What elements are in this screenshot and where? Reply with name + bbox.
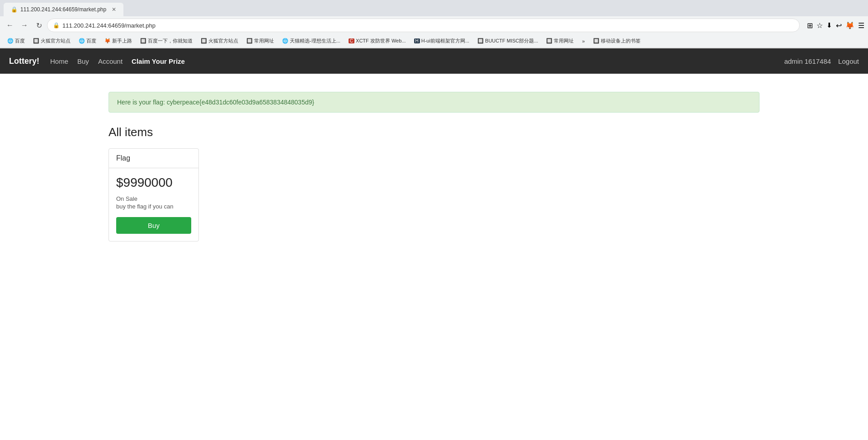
bookmark-baidu-2[interactable]: 🌐 百度 xyxy=(75,37,100,45)
bookmark-common-2[interactable]: 🔲 常用网址 xyxy=(542,37,577,45)
bookmark-icon-9: C xyxy=(349,38,354,43)
download-icon[interactable]: ⬇ xyxy=(826,21,832,29)
app-nav-links: Home Buy Account Claim Your Prize xyxy=(50,57,784,65)
bookmark-icon-4: 🦊 xyxy=(104,38,111,44)
item-name: Flag xyxy=(109,149,198,168)
firefox-icon: 🦊 xyxy=(845,21,854,30)
bookmark-newuser[interactable]: 🦊 新手上路 xyxy=(101,37,136,45)
bookmark-icon-7: 🔲 xyxy=(246,38,253,44)
bookmark-icon-12: 🔲 xyxy=(546,38,552,44)
section-title: All items xyxy=(108,125,760,139)
bookmark-icon-13: 🔲 xyxy=(593,38,599,44)
flag-alert: Here is your flag: cyberpeace{e48d31dc60… xyxy=(108,92,760,113)
forward-button[interactable]: → xyxy=(18,19,31,32)
bookmark-huli-2[interactable]: 🔲 火狐官方站点 xyxy=(197,37,242,45)
menu-icon[interactable]: ☰ xyxy=(858,21,864,30)
tab-security-icon: 🔒 xyxy=(11,6,18,13)
item-price: $9990000 xyxy=(116,175,191,190)
flag-message: Here is your flag: cyberpeace{e48d31dc60… xyxy=(117,99,314,106)
tab-title: 111.200.241.244:64659/market.php xyxy=(20,6,106,13)
nav-buy[interactable]: Buy xyxy=(77,57,89,65)
profile-icon[interactable]: ↩ xyxy=(836,21,842,30)
nav-claim-prize[interactable]: Claim Your Prize xyxy=(132,57,185,65)
app-navbar: Lottery! Home Buy Account Claim Your Pri… xyxy=(0,48,868,74)
item-card: Flag $9990000 On Sale buy the flag if yo… xyxy=(108,148,199,241)
item-description: buy the flag if you can xyxy=(116,203,191,210)
bookmark-common-1[interactable]: 🔲 常用网址 xyxy=(243,37,278,45)
browser-actions: ⊞ ☆ ⬇ ↩ 🦊 ☰ xyxy=(807,21,864,30)
bookmark-tianmao[interactable]: 🌐 天猫精选-理想生活上... xyxy=(278,37,344,45)
bookmark-icon-2: 🔲 xyxy=(33,38,39,44)
tab-bar: 🔒 111.200.241.244:64659/market.php ✕ xyxy=(0,0,868,16)
user-info: admin 1617484 xyxy=(784,57,831,65)
bookmark-baidu-3[interactable]: 🔲 百度一下，你就知道 xyxy=(137,37,196,45)
bookmark-hui[interactable]: H H-ui前端框架官方网... xyxy=(410,37,473,45)
nav-account[interactable]: Account xyxy=(98,57,123,65)
reload-button[interactable]: ↻ xyxy=(33,19,45,32)
bookmark-huli-1[interactable]: 🔲 火狐官方站点 xyxy=(29,37,74,45)
item-status: On Sale xyxy=(116,195,191,202)
tab-close-icon[interactable]: ✕ xyxy=(112,6,116,13)
bookmark-icon-8: 🌐 xyxy=(282,38,288,44)
bookmark-more[interactable]: » xyxy=(578,38,588,45)
bookmark-icon-6: 🔲 xyxy=(201,38,207,44)
item-card-body: $9990000 On Sale buy the flag if you can… xyxy=(109,168,198,241)
bookmark-icon-1: 🌐 xyxy=(7,38,14,44)
address-bar[interactable]: 🔒 111.200.241.244:64659/market.php xyxy=(47,19,800,32)
bookmark-icon-3: 🌐 xyxy=(79,38,85,44)
active-tab[interactable]: 🔒 111.200.241.244:64659/market.php ✕ xyxy=(4,3,123,16)
buy-button[interactable]: Buy xyxy=(116,217,191,234)
bookmark-icon-11: 🔲 xyxy=(477,38,484,44)
bookmark-bar: 🌐 百度 🔲 火狐官方站点 🌐 百度 🦊 新手上路 🔲 百度一下，你就知道 🔲 … xyxy=(0,34,868,48)
page-content: Here is your flag: cyberpeace{e48d31dc60… xyxy=(0,74,868,390)
security-icon: 🔒 xyxy=(53,22,60,28)
bookmark-baidu-1[interactable]: 🌐 百度 xyxy=(4,37,28,45)
extensions-icon[interactable]: ⊞ xyxy=(807,21,813,30)
address-url: 111.200.241.244:64659/market.php xyxy=(62,22,156,29)
bookmark-xctf[interactable]: C XCTF 攻防世界 Web... xyxy=(345,37,410,45)
app-brand[interactable]: Lottery! xyxy=(9,57,39,66)
logout-button[interactable]: Logout xyxy=(838,57,859,65)
browser-chrome: 🔒 111.200.241.244:64659/market.php ✕ ← →… xyxy=(0,0,868,48)
bookmark-mobile[interactable]: 🔲 移动设备上的书签 xyxy=(590,37,644,45)
bookmark-buuctf[interactable]: 🔲 BUUCTF MISC部分题... xyxy=(474,37,542,45)
bookmark-icon-10: H xyxy=(414,38,420,43)
nav-home[interactable]: Home xyxy=(50,57,68,65)
app-nav-right: admin 1617484 Logout xyxy=(784,57,859,65)
nav-bar: ← → ↻ 🔒 111.200.241.244:64659/market.php… xyxy=(0,16,868,34)
bookmark-icon[interactable]: ☆ xyxy=(816,21,823,30)
bookmark-icon-5: 🔲 xyxy=(140,38,146,44)
back-button[interactable]: ← xyxy=(4,19,16,32)
